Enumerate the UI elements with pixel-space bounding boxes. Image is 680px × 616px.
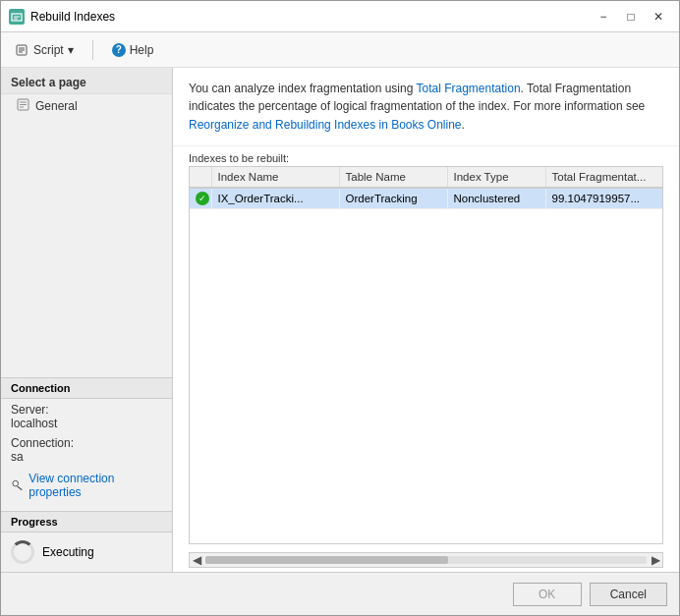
main-panel: You can analyze index fragmentation usin… [173, 68, 679, 572]
toolbar: Script ▾ ? Help [1, 32, 679, 68]
script-dropdown-icon: ▾ [68, 43, 74, 57]
sidebar-item-general[interactable]: General [1, 94, 172, 117]
row-index-name: IX_OrderTracki... [211, 188, 339, 209]
help-button[interactable]: ? Help [105, 39, 161, 61]
info-text: You can analyze index fragmentation usin… [189, 82, 645, 132]
server-value: localhost [11, 417, 162, 430]
sidebar: Select a page General Connection Server:… [1, 68, 173, 572]
row-table-name: OrderTracking [339, 188, 447, 209]
script-icon [16, 43, 29, 57]
window-icon [9, 9, 25, 25]
progress-status: Executing [42, 545, 94, 559]
main-window: Rebuild Indexes − □ ✕ Script ▾ ? Help Se… [0, 0, 680, 616]
scroll-right-button[interactable]: ▶ [649, 553, 662, 567]
index-table-container[interactable]: Index Name Table Name Index Type Total F… [189, 166, 663, 544]
col-table-name[interactable]: Table Name [339, 167, 447, 188]
svg-point-11 [13, 480, 19, 486]
col-total-frag[interactable]: Total Fragmentat... [545, 167, 663, 188]
server-detail: Server: localhost [1, 399, 172, 432]
help-icon: ? [112, 43, 126, 57]
minimize-button[interactable]: − [591, 7, 616, 27]
general-icon [17, 98, 29, 113]
progress-section-header: Progress [1, 511, 172, 532]
table-row[interactable]: ✓ IX_OrderTracki... OrderTracking Nonclu… [190, 188, 663, 209]
sidebar-bottom-section: Connection Server: localhost Connection:… [1, 377, 172, 572]
col-status-icon [190, 167, 211, 188]
indexes-label: Indexes to be rebuilt: [173, 146, 679, 166]
title-bar-left: Rebuild Indexes [9, 9, 115, 25]
toolbar-separator [92, 40, 93, 60]
scroll-track-h[interactable] [205, 556, 647, 564]
connection-properties-icon [11, 478, 24, 492]
ok-button[interactable]: OK [513, 583, 582, 606]
table-header: Index Name Table Name Index Type Total F… [190, 167, 663, 188]
sidebar-header: Select a page [1, 68, 172, 94]
content-area: Select a page General Connection Server:… [1, 68, 679, 572]
scroll-thumb-h[interactable] [205, 556, 448, 564]
footer: OK Cancel [1, 572, 679, 615]
info-box: You can analyze index fragmentation usin… [173, 68, 679, 146]
progress-spinner [11, 540, 34, 564]
horizontal-scrollbar[interactable]: ◀ ▶ [189, 552, 663, 568]
col-index-name[interactable]: Index Name [211, 167, 339, 188]
connection-value: sa [11, 450, 162, 464]
row-status-icon-cell: ✓ [190, 188, 211, 209]
row-total-frag: 99.1047919957... [545, 188, 663, 209]
cancel-button[interactable]: Cancel [590, 583, 667, 606]
table-body: ✓ IX_OrderTracki... OrderTracking Nonclu… [190, 188, 663, 209]
svg-line-12 [18, 486, 23, 490]
connection-detail: Connection: sa [1, 432, 172, 466]
row-index-type: Nonclustered [447, 188, 545, 209]
connection-label: Connection: [11, 436, 162, 450]
sidebar-item-general-label: General [35, 99, 78, 113]
connection-section-header: Connection [1, 377, 172, 399]
title-bar-controls: − □ ✕ [591, 7, 671, 27]
window-title: Rebuild Indexes [30, 10, 115, 24]
server-label: Server: [11, 403, 162, 417]
maximize-button[interactable]: □ [618, 7, 644, 27]
view-connection-properties-label: View connection properties [28, 472, 162, 499]
title-bar: Rebuild Indexes − □ ✕ [1, 1, 679, 32]
script-label: Script [33, 43, 64, 57]
success-icon: ✓ [196, 192, 209, 205]
index-table: Index Name Table Name Index Type Total F… [190, 167, 663, 209]
help-label: Help [130, 43, 154, 57]
script-button[interactable]: Script ▾ [9, 39, 81, 61]
col-index-type[interactable]: Index Type [447, 167, 545, 188]
close-button[interactable]: ✕ [646, 7, 671, 27]
progress-area: Executing [1, 532, 172, 572]
scroll-left-button[interactable]: ◀ [190, 553, 203, 567]
view-connection-properties-link[interactable]: View connection properties [1, 468, 172, 503]
